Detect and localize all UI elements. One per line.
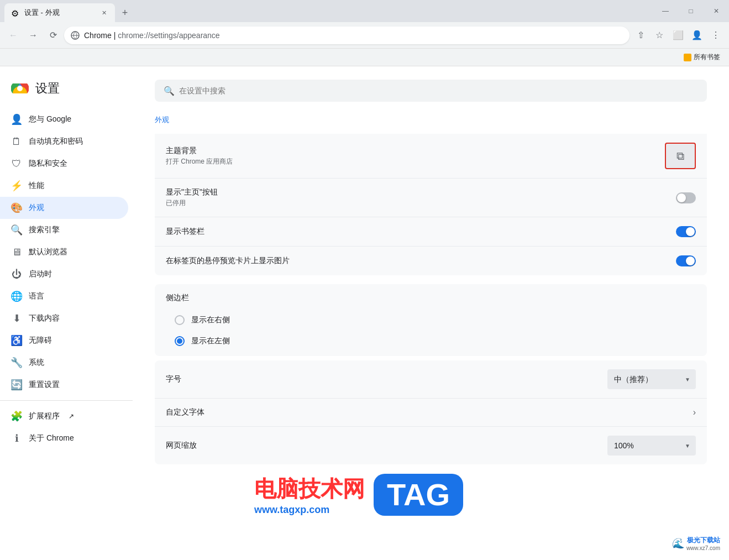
svg-point-4 xyxy=(17,86,23,91)
sidebar-item-autofill[interactable]: 🗒 自动填充和密码 xyxy=(0,130,128,153)
sidebar-right-radio[interactable] xyxy=(175,315,185,325)
search-input[interactable] xyxy=(179,86,698,95)
font-size-label: 字号 xyxy=(166,374,607,384)
bookmarks-folder[interactable]: 所有书签 xyxy=(679,50,725,64)
sidebar-item-downloads[interactable]: ⬇ 下载内容 xyxy=(0,307,128,329)
sidebar-left-radio[interactable] xyxy=(175,336,185,346)
menu-button[interactable]: ⋮ xyxy=(707,27,725,44)
address-bar[interactable]: Chrome | chrome://settings/appearance xyxy=(64,27,630,44)
sidebar-item-language[interactable]: 🌐 语言 xyxy=(0,285,128,307)
sidebar-right-option[interactable]: 显示在右侧 xyxy=(166,310,696,331)
title-bar: ⚙ 设置 - 外观 ✕ + — □ ✕ xyxy=(0,0,729,22)
sidebar-label-accessibility: 无障碍 xyxy=(29,336,52,346)
sidebar-left-option[interactable]: 显示在左侧 xyxy=(166,331,696,352)
toggle-thumb-3 xyxy=(686,257,695,265)
sidebar-icon-search: 🔍 xyxy=(11,224,22,235)
sidebar-label-reset: 重置设置 xyxy=(29,380,60,390)
sidebar-icon-extensions: 🧩 xyxy=(11,411,22,422)
section-title: 外观 xyxy=(155,115,707,125)
sidebar-item-reset[interactable]: 🔄 重置设置 xyxy=(0,374,128,396)
theme-action: ⧉ xyxy=(665,143,696,169)
settings-card: 主题背景 打开 Chrome 应用商店 ⧉ 显示"主页"按钮 已停用 xyxy=(155,134,707,275)
active-tab[interactable]: ⚙ 设置 - 外观 ✕ xyxy=(4,3,115,22)
new-tab-button[interactable]: + xyxy=(117,5,133,20)
sidebar-item-system[interactable]: 🔧 系统 xyxy=(0,352,128,374)
custom-font-row[interactable]: 自定义字体 › xyxy=(155,399,707,427)
theme-info: 主题背景 打开 Chrome 应用商店 xyxy=(166,146,665,166)
theme-row: 主题背景 打开 Chrome 应用商店 ⧉ xyxy=(155,134,707,179)
external-icon: ↗ xyxy=(69,412,74,420)
bookmark-button[interactable]: ☆ xyxy=(651,27,668,44)
font-size-dropdown[interactable]: 中（推荐） 小 大 非常大 xyxy=(607,369,696,389)
minimize-button[interactable]: — xyxy=(653,2,678,20)
custom-font-action: › xyxy=(693,407,696,417)
sidebar-item-google[interactable]: 👤 您与 Google xyxy=(0,108,128,130)
sidebar-left-label: 显示在左侧 xyxy=(191,336,230,346)
sidebar-label-performance: 性能 xyxy=(29,181,44,191)
font-size-dropdown-wrap: 中（推荐） 小 大 非常大 xyxy=(607,369,696,389)
back-button[interactable]: ← xyxy=(4,27,22,44)
nav-bar: ← → ⟳ Chrome | chrome://settings/appeara… xyxy=(0,22,729,49)
bookmarks-folder-label: 所有书签 xyxy=(694,53,720,62)
sidebar-icon-language: 🌐 xyxy=(11,291,22,302)
page-zoom-label: 网页缩放 xyxy=(166,441,607,451)
sidebar-label-downloads: 下载内容 xyxy=(29,313,60,323)
sidebar-label-search: 搜索引擎 xyxy=(29,225,60,235)
profile-button[interactable]: 👤 xyxy=(688,27,706,44)
sidebar-icon-about: ℹ xyxy=(11,433,22,444)
sidebar-item-search[interactable]: 🔍 搜索引擎 xyxy=(0,219,128,241)
address-text: Chrome | chrome://settings/appearance xyxy=(84,31,623,40)
sidebar-item-about[interactable]: ℹ 关于 Chrome xyxy=(0,427,128,449)
search-bar[interactable]: 🔍 xyxy=(155,80,707,102)
sidebar-header: 设置 xyxy=(0,75,133,108)
reload-button[interactable]: ⟳ xyxy=(44,27,62,44)
address-site: Chrome xyxy=(84,31,112,40)
sidebar-icon-google: 👤 xyxy=(11,114,22,125)
sidebar-item-performance[interactable]: ⚡ 性能 xyxy=(0,175,128,197)
sidebar-item-accessibility[interactable]: ♿ 无障碍 xyxy=(0,329,128,352)
tab-preview-info: 在标签页的悬停预览卡片上显示图片 xyxy=(166,256,676,266)
sidebar-icon-appearance: 🎨 xyxy=(11,202,22,213)
sidebar-item-privacy[interactable]: 🛡 隐私和安全 xyxy=(0,153,128,175)
page-zoom-dropdown[interactable]: 100% 75% 90% 110% 125% 150% xyxy=(607,436,696,456)
sidebar-item-extensions[interactable]: 🧩 扩展程序 ↗ xyxy=(0,405,128,427)
bookmarks-bar-action xyxy=(676,226,696,237)
tab-preview-action xyxy=(676,255,696,266)
sidebar-label-privacy: 隐私和安全 xyxy=(29,159,67,169)
bookmarks-bar-toggle[interactable] xyxy=(676,226,696,237)
page-zoom-action: 100% 75% 90% 110% 125% 150% xyxy=(607,436,696,456)
tab-preview-row: 在标签页的悬停预览卡片上显示图片 xyxy=(155,247,707,275)
font-size-action: 中（推荐） 小 大 非常大 xyxy=(607,369,696,389)
tab-preview-label: 在标签页的悬停预览卡片上显示图片 xyxy=(166,256,676,266)
home-button-sublabel: 已停用 xyxy=(166,198,676,208)
forward-button[interactable]: → xyxy=(24,27,42,44)
font-size-row: 字号 中（推荐） 小 大 非常大 xyxy=(155,360,707,399)
tab-preview-toggle[interactable] xyxy=(676,255,696,266)
font-size-info: 字号 xyxy=(166,374,607,384)
tab-close-button[interactable]: ✕ xyxy=(99,8,108,17)
maximize-button[interactable]: □ xyxy=(678,2,704,20)
sidebar-item-startup[interactable]: ⏻ 启动时 xyxy=(0,263,128,285)
close-button[interactable]: ✕ xyxy=(704,2,729,20)
split-view-button[interactable]: ⬜ xyxy=(669,27,687,44)
address-separator: | xyxy=(112,31,118,40)
nav-right-icons: ⇧ ☆ ⬜ 👤 ⋮ xyxy=(632,27,725,44)
sidebar-item-browser[interactable]: 🖥 默认浏览器 xyxy=(0,241,128,263)
page-zoom-dropdown-wrap: 100% 75% 90% 110% 125% 150% xyxy=(607,436,696,456)
sidebar-item-appearance[interactable]: 🎨 外观 xyxy=(0,197,128,219)
sidebar-label-browser: 默认浏览器 xyxy=(29,247,67,257)
folder-icon xyxy=(684,54,691,61)
address-path: chrome://settings/appearance xyxy=(118,31,219,40)
sidebar-icon-accessibility: ♿ xyxy=(11,335,22,346)
home-button-toggle[interactable] xyxy=(676,192,696,203)
home-button-action xyxy=(676,192,696,203)
sidebar-label-extensions: 扩展程序 xyxy=(29,411,60,421)
share-button[interactable]: ⇧ xyxy=(632,27,649,44)
search-icon: 🔍 xyxy=(164,86,175,96)
bookmarks-bar-row: 显示书签栏 xyxy=(155,217,707,247)
sidebar-icon-downloads: ⬇ xyxy=(11,313,22,324)
bookmarks-bar-label: 显示书签栏 xyxy=(166,227,676,237)
toggle-thumb-2 xyxy=(686,227,695,236)
sidebar-icon-browser: 🖥 xyxy=(11,247,22,258)
open-chrome-store-button[interactable]: ⧉ xyxy=(665,143,696,169)
